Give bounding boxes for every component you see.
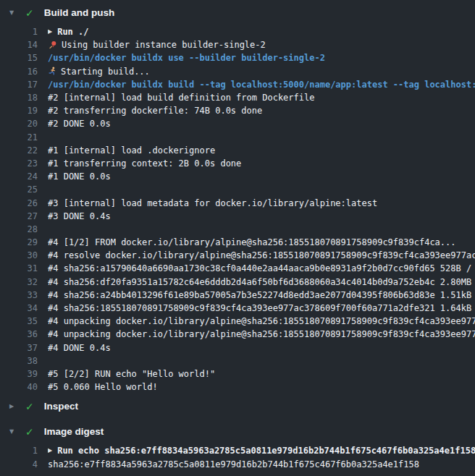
play-icon: ▶	[48, 448, 52, 454]
section-header-image-digest[interactable]: ▼✓Image digest	[0, 419, 475, 444]
log-line[interactable]: 1▶Run ./	[0, 25, 475, 38]
log-text-content: #4 unpacking docker.io/library/alpine@sh…	[48, 329, 475, 339]
log-line[interactable]: 22#1 [internal] load .dockerignore	[0, 144, 475, 157]
log-text: #4 sha256:a24bb4013296f61e89ba57005a7b3e…	[48, 290, 475, 300]
log-line[interactable]: 25	[0, 183, 475, 196]
chevron-down-icon: ▼	[9, 10, 20, 16]
log-text-content: #4 unpacking docker.io/library/alpine@sh…	[48, 316, 475, 326]
workflow-log-viewer: ▼✓Build and push1▶Run ./14Using builder …	[0, 0, 475, 476]
line-number[interactable]: 37	[0, 343, 38, 353]
chevron-down-icon: ▼	[9, 429, 20, 435]
line-number[interactable]: 39	[0, 369, 38, 379]
line-number[interactable]: 33	[0, 290, 38, 300]
line-number[interactable]: 15	[0, 53, 38, 63]
check-success-icon: ✓	[25, 8, 34, 18]
line-number[interactable]: 40	[0, 382, 38, 392]
line-number[interactable]: 1	[0, 27, 38, 37]
log-text-content: sha256:e7ff8834a5963a2785c5a0811e979d16b…	[48, 459, 419, 469]
line-number[interactable]: 26	[0, 198, 38, 208]
line-number[interactable]: 20	[0, 119, 38, 129]
log-text-content: #3 DONE 0.4s	[48, 211, 111, 221]
log-line[interactable]: 33#4 sha256:a24bb4013296f61e89ba57005a7b…	[0, 289, 475, 302]
log-line[interactable]: 39#5 [2/2] RUN echo "Hello world!"	[0, 367, 475, 381]
play-icon: ▶	[48, 29, 52, 35]
line-number[interactable]: 4	[0, 459, 38, 469]
log-line[interactable]: 16Starting build...	[0, 65, 475, 78]
section-title: Inspect	[44, 401, 78, 412]
line-number[interactable]: 18	[0, 93, 38, 103]
log-line[interactable]: 35#4 unpacking docker.io/library/alpine@…	[0, 315, 475, 328]
line-number[interactable]: 1	[0, 446, 38, 456]
line-number[interactable]: 30	[0, 250, 38, 260]
log-text-content: #4 [1/2] FROM docker.io/library/alpine@s…	[48, 237, 456, 247]
line-number[interactable]: 19	[0, 106, 38, 116]
line-number[interactable]: 31	[0, 263, 38, 273]
log-text-content: #1 transferring context: 2B 0.0s done	[48, 158, 241, 169]
log-line[interactable]: 24#1 DONE 0.0s	[0, 170, 475, 183]
line-number[interactable]: 35	[0, 316, 38, 326]
log-text-content: #2 [internal] load build definition from…	[48, 93, 314, 103]
log-line[interactable]: 28	[0, 223, 475, 236]
log-text: sha256:e7ff8834a5963a2785c5a0811e979d16b…	[48, 459, 475, 469]
log-line[interactable]: 37#4 DONE 0.4s	[0, 341, 475, 354]
log-text: #2 DONE 0.0s	[48, 119, 475, 129]
log-line[interactable]: 14Using builder instance builder-single-…	[0, 38, 475, 51]
line-number[interactable]: 14	[0, 40, 38, 50]
log-line[interactable]: 17/usr/bin/docker buildx build --tag loc…	[0, 78, 475, 91]
log-text-content: Run echo sha256:e7ff8834a5963a2785c5a081…	[57, 446, 475, 456]
log-line[interactable]: 26#3 [internal] load metadata for docker…	[0, 196, 475, 209]
line-number[interactable]: 36	[0, 329, 38, 339]
log-text: /usr/bin/docker buildx use --builder bui…	[48, 53, 475, 63]
line-number[interactable]: 21	[0, 132, 38, 143]
log-text-content: #4 sha256:a15790640a6690aa1730c38cf0a440…	[48, 263, 475, 273]
log-line[interactable]: 4sha256:e7ff8834a5963a2785c5a0811e979d16…	[0, 457, 475, 470]
log-text: #5 [2/2] RUN echo "Hello world!"	[48, 369, 475, 379]
line-number[interactable]: 16	[0, 67, 38, 77]
line-number[interactable]: 27	[0, 211, 38, 221]
log-line[interactable]: 32#4 sha256:df20fa9351a15782c64e6dddb2d4…	[0, 276, 475, 289]
log-pane-image-digest: 1▶Run echo sha256:e7ff8834a5963a2785c5a0…	[0, 444, 475, 470]
section-header-build-and-push[interactable]: ▼✓Build and push	[0, 0, 475, 25]
log-text-content: #5 0.060 Hello world!	[48, 382, 158, 392]
log-line[interactable]: 38	[0, 354, 475, 367]
line-number[interactable]: 28	[0, 224, 38, 234]
line-number[interactable]: 32	[0, 277, 38, 287]
log-line[interactable]: 31#4 sha256:a15790640a6690aa1730c38cf0a4…	[0, 262, 475, 275]
line-number[interactable]: 22	[0, 145, 38, 156]
line-number[interactable]: 34	[0, 303, 38, 313]
section-header-inspect[interactable]: ▶✓Inspect	[0, 394, 475, 419]
log-text: #2 [internal] load build definition from…	[48, 93, 475, 103]
log-text-content: #3 [internal] load metadata for docker.i…	[48, 198, 377, 208]
log-line[interactable]: 40#5 0.060 Hello world!	[0, 381, 475, 394]
log-text-content: #4 resolve docker.io/library/alpine@sha2…	[48, 250, 475, 260]
log-text: #4 [1/2] FROM docker.io/library/alpine@s…	[48, 237, 475, 247]
line-number[interactable]: 24	[0, 171, 38, 182]
log-line[interactable]: 1▶Run echo sha256:e7ff8834a5963a2785c5a0…	[0, 444, 475, 457]
log-line[interactable]: 15/usr/bin/docker buildx use --builder b…	[0, 51, 475, 64]
log-line[interactable]: 23#1 transferring context: 2B 0.0s done	[0, 157, 475, 170]
log-line[interactable]: 21	[0, 131, 475, 144]
log-text-content: #5 [2/2] RUN echo "Hello world!"	[48, 369, 215, 379]
line-number[interactable]: 29	[0, 237, 38, 247]
line-number[interactable]: 25	[0, 184, 38, 195]
log-text: #3 [internal] load metadata for docker.i…	[48, 198, 475, 208]
line-number[interactable]: 23	[0, 158, 38, 169]
log-text-content: /usr/bin/docker buildx use --builder bui…	[48, 53, 325, 63]
line-number[interactable]: 17	[0, 80, 38, 90]
log-text: Using builder instance builder-single-2	[48, 40, 475, 50]
log-line[interactable]: 20#2 DONE 0.0s	[0, 117, 475, 130]
log-line[interactable]: 27#3 DONE 0.4s	[0, 210, 475, 223]
log-text: #4 unpacking docker.io/library/alpine@sh…	[48, 329, 475, 339]
section-title: Build and push	[44, 7, 115, 18]
log-line[interactable]: 19#2 transferring dockerfile: 74B 0.0s d…	[0, 104, 475, 117]
log-text: #1 transferring context: 2B 0.0s done	[48, 158, 475, 169]
log-line[interactable]: 29#4 [1/2] FROM docker.io/library/alpine…	[0, 236, 475, 249]
log-line[interactable]: 34#4 sha256:185518070891758909c9f839cf4c…	[0, 302, 475, 315]
log-line[interactable]: 36#4 unpacking docker.io/library/alpine@…	[0, 328, 475, 341]
log-text: #4 sha256:185518070891758909c9f839cf4ca3…	[48, 303, 475, 313]
log-line[interactable]: 30#4 resolve docker.io/library/alpine@sh…	[0, 249, 475, 262]
log-text-content: Run ./	[57, 27, 88, 37]
line-number[interactable]: 38	[0, 356, 38, 366]
log-text-content: Starting build...	[61, 67, 150, 77]
log-line[interactable]: 18#2 [internal] load build definition fr…	[0, 91, 475, 104]
